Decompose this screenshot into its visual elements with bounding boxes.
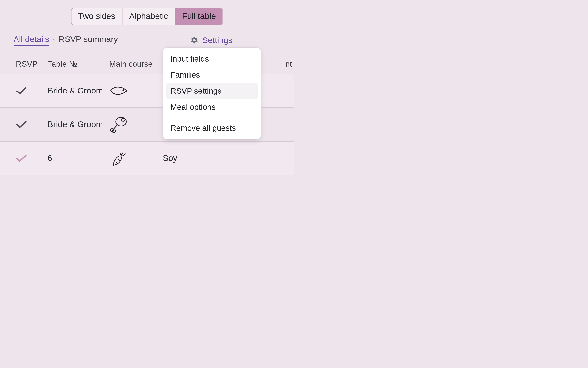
- cell-rsvp: [16, 120, 48, 129]
- cell-main-course: [109, 82, 163, 99]
- settings-menu: Input fields Families RSVP settings Meal…: [163, 48, 261, 139]
- gear-icon: [190, 36, 199, 45]
- svg-line-5: [118, 159, 119, 161]
- check-icon: [16, 154, 27, 163]
- col-header-right-fragment: nt: [282, 60, 294, 68]
- carrot-icon: [109, 150, 128, 166]
- tab-all-details[interactable]: All details: [13, 35, 49, 46]
- svg-point-0: [123, 90, 124, 91]
- cell-main-course: [109, 116, 163, 133]
- cell-rsvp: [16, 86, 48, 95]
- subnav-left: All details · RSVP summary: [13, 35, 118, 46]
- menu-item-input-fields[interactable]: Input fields: [166, 51, 258, 67]
- tab-rsvp-summary[interactable]: RSVP summary: [59, 35, 118, 44]
- cell-diet: Soy: [163, 153, 282, 163]
- tab-separator: ·: [53, 35, 55, 44]
- subnav: All details · RSVP summary Settings: [13, 35, 286, 46]
- cell-table-no: Bride & Groom: [48, 120, 109, 129]
- col-header-table-no: Table №: [48, 60, 109, 68]
- cell-main-course: [109, 150, 163, 166]
- view-segmented-control: Two sides Alphabetic Full table: [71, 8, 223, 25]
- col-header-main-course: Main course: [109, 60, 163, 68]
- svg-line-6: [116, 162, 117, 163]
- segment-two-sides[interactable]: Two sides: [71, 8, 122, 25]
- menu-item-rsvp-settings[interactable]: RSVP settings: [166, 83, 258, 99]
- menu-item-remove-all-guests[interactable]: Remove all guests: [166, 120, 258, 136]
- meat-icon: [109, 116, 128, 133]
- cell-table-no: 6: [48, 153, 109, 163]
- segment-full-table[interactable]: Full table: [175, 8, 222, 25]
- segment-alphabetic[interactable]: Alphabetic: [122, 8, 175, 25]
- table-row[interactable]: 6 Soy: [0, 141, 294, 175]
- cell-rsvp: [16, 154, 48, 163]
- col-header-rsvp: RSVP: [16, 60, 48, 68]
- svg-point-2: [121, 118, 125, 121]
- cell-table-no: Bride & Groom: [48, 86, 109, 95]
- check-icon: [16, 120, 27, 129]
- menu-separator: [167, 118, 257, 118]
- fish-icon: [109, 82, 128, 99]
- menu-item-families[interactable]: Families: [166, 67, 258, 83]
- settings-label: Settings: [202, 36, 232, 45]
- menu-item-meal-options[interactable]: Meal options: [166, 99, 258, 115]
- settings-button[interactable]: Settings: [190, 36, 232, 45]
- check-icon: [16, 86, 27, 95]
